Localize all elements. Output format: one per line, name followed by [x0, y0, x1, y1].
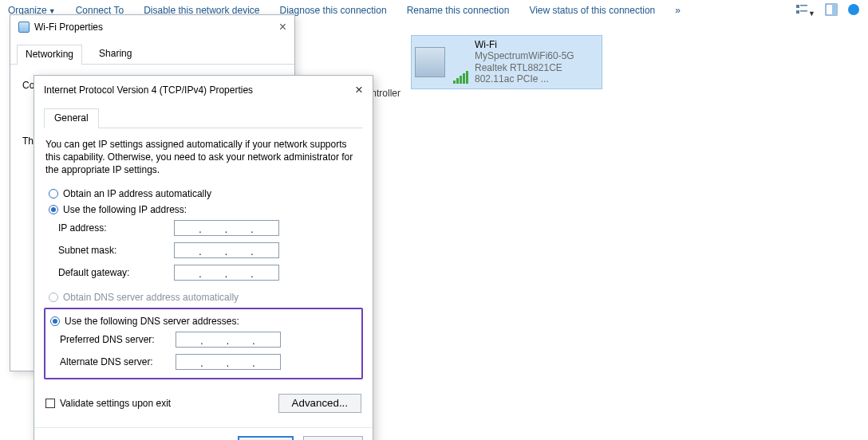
ok-button[interactable]: OK [238, 436, 294, 440]
more-menu[interactable]: » [675, 5, 681, 16]
preferred-dns-label: Preferred DNS server: [60, 334, 176, 345]
connection-ssid: MySpectrumWiFi60-5G [475, 50, 598, 61]
default-gateway-label: Default gateway: [58, 267, 174, 278]
ipv4-properties-dialog: Internet Protocol Version 4 (TCP/IPv4) P… [34, 75, 373, 440]
radio-icon [50, 316, 60, 326]
subnet-mask-label: Subnet mask: [58, 245, 174, 256]
rename-button[interactable]: Rename this connection [407, 5, 510, 16]
ip-address-label: IP address: [58, 222, 174, 234]
svg-rect-3 [800, 10, 807, 12]
use-ip-radio[interactable]: Use the following IP address: [49, 204, 363, 215]
default-gateway-input[interactable] [174, 265, 279, 281]
ip-address-input[interactable] [174, 220, 279, 236]
ip-address-group: Obtain an IP address automatically Use t… [44, 188, 363, 281]
tab-sharing[interactable]: Sharing [90, 44, 140, 64]
signal-bars-icon [453, 71, 468, 84]
dns-highlight-box: Use the following DNS server addresses: … [44, 308, 363, 379]
radio-icon [49, 293, 58, 302]
view-options-icon[interactable]: ▼ [795, 3, 815, 18]
alternate-dns-input[interactable] [176, 354, 281, 370]
close-icon[interactable]: × [279, 20, 286, 34]
connection-adapter: Realtek RTL8821CE 802.11ac PCIe ... [475, 62, 598, 85]
obscured-text: Th [22, 136, 34, 147]
wifi-properties-title: Wi-Fi Properties [34, 22, 103, 33]
svg-rect-2 [796, 10, 799, 14]
obtain-dns-radio: Obtain DNS server address automatically [49, 292, 363, 303]
ip-description: You can get IP settings assigned automat… [44, 138, 363, 177]
ipv4-properties-title: Internet Protocol Version 4 (TCP/IPv4) P… [44, 84, 253, 96]
network-icon [18, 22, 30, 33]
use-dns-radio[interactable]: Use the following DNS server addresses: [50, 316, 358, 327]
subnet-mask-input[interactable] [174, 242, 279, 258]
tab-networking[interactable]: Networking [17, 45, 82, 65]
radio-icon [49, 189, 58, 198]
cancel-button[interactable]: Cancel [303, 436, 364, 440]
obtain-ip-radio[interactable]: Obtain an IP address automatically [49, 188, 363, 199]
preferred-dns-input[interactable] [176, 332, 281, 348]
wifi-properties-tabs: Networking Sharing [10, 44, 294, 65]
svg-point-6 [848, 4, 859, 15]
monitor-icon [415, 47, 445, 77]
svg-rect-1 [800, 5, 807, 6]
validate-checkbox[interactable]: Validate settings upon exit [45, 398, 171, 409]
help-icon[interactable] [847, 3, 860, 18]
view-status-button[interactable]: View status of this connection [529, 5, 655, 16]
alternate-dns-label: Alternate DNS server: [60, 356, 176, 367]
connection-name: Wi-Fi [475, 39, 598, 50]
diagnose-button[interactable]: Diagnose this connection [280, 5, 387, 16]
radio-icon [49, 205, 58, 214]
wifi-connection-item[interactable]: Wi-Fi MySpectrumWiFi60-5G Realtek RTL882… [411, 35, 602, 89]
svg-rect-0 [796, 5, 799, 8]
svg-rect-5 [832, 4, 837, 15]
advanced-button[interactable]: Advanced... [278, 394, 361, 413]
close-icon[interactable]: × [355, 82, 363, 98]
details-pane-icon[interactable] [825, 3, 838, 18]
view-controls: ▼ [795, 3, 860, 18]
tab-general[interactable]: General [44, 108, 99, 128]
